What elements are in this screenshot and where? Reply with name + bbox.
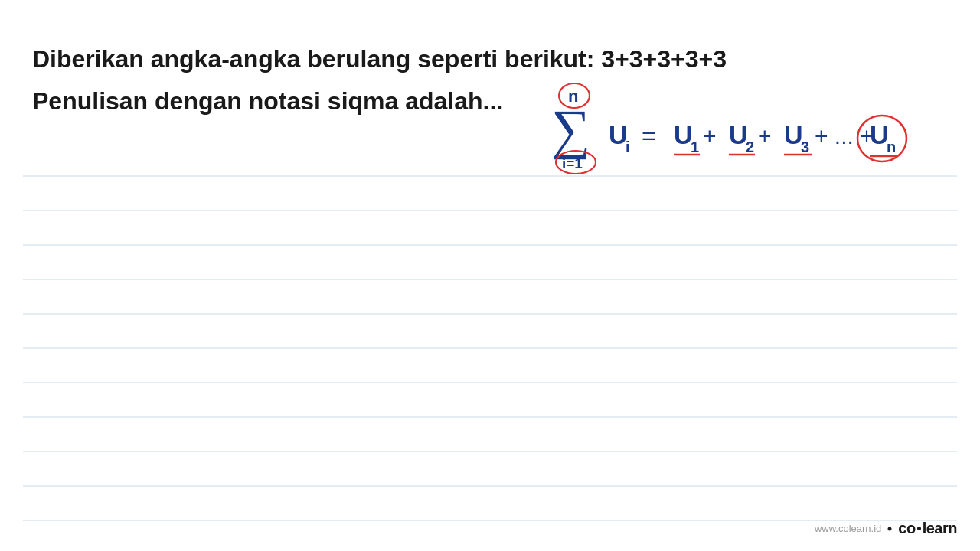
svg-text:+: + [758,123,772,148]
svg-text:+ ... +: + ... + [815,123,874,148]
svg-text:=: = [642,122,656,149]
dot-icon [887,527,892,531]
svg-text:U: U [609,120,628,149]
page-container: Diberikan angka-angka berulang seperti b… [0,0,980,551]
svg-point-35 [888,527,892,530]
svg-text:n: n [568,86,578,106]
svg-text:2: 2 [746,139,754,155]
svg-text:+: + [703,123,717,148]
svg-text:1: 1 [691,139,699,155]
svg-text:U: U [784,120,803,149]
svg-text:i: i [626,139,630,155]
svg-text:U: U [674,120,693,149]
svg-text:U: U [729,120,748,149]
text-line1: Diberikan angka-angka berulang seperti b… [32,42,727,77]
math-notation: ∑ n i=1 U i = U 1 + U 2 + U 3 + ... + [528,80,926,180]
svg-text:3: 3 [801,139,809,155]
watermark-url: www.colearn.id [815,523,881,534]
svg-text:i=1: i=1 [562,155,583,171]
watermark: www.colearn.id colearn [815,520,957,537]
svg-text:n: n [887,139,896,155]
watermark-brand: colearn [898,520,957,537]
svg-text:U: U [870,120,889,149]
